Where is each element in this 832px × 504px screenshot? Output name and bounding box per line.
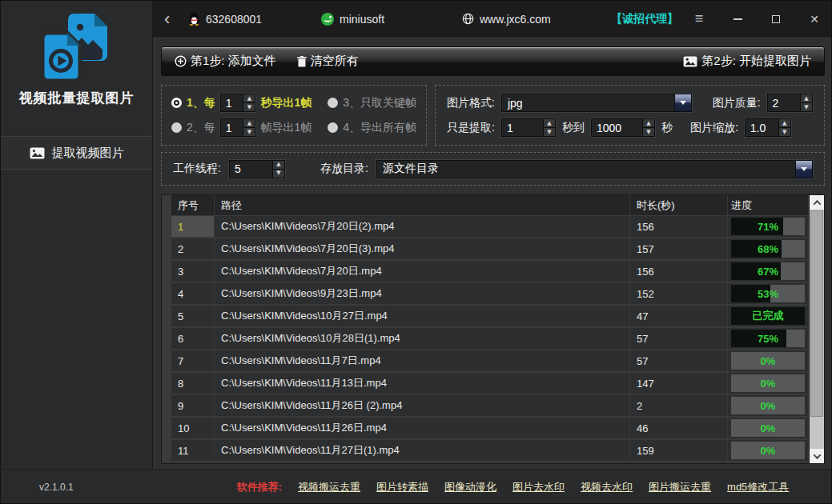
row-path[interactable]: C:\Users\KIM\Videos\11月13日.mp4 bbox=[215, 373, 630, 394]
extract-from-value[interactable]: 1 bbox=[502, 119, 543, 136]
column-header[interactable]: 时长(秒) bbox=[630, 195, 728, 215]
footer-link[interactable]: 图片转素描 bbox=[376, 480, 428, 494]
row-index[interactable]: 10 bbox=[171, 418, 215, 438]
spinner-down-icon[interactable]: ▼ bbox=[243, 128, 255, 136]
row-index[interactable]: 7 bbox=[171, 350, 215, 371]
footer-link[interactable]: 图像动漫化 bbox=[444, 480, 496, 494]
row-duration: 156 bbox=[630, 216, 728, 237]
dir-dropdown[interactable]: 源文件目录 bbox=[376, 160, 813, 178]
spinner-up-icon[interactable]: ▲ bbox=[801, 94, 812, 103]
table-row[interactable]: 2C:\Users\KIM\Videos\7月20日(3).mp415768% bbox=[162, 238, 809, 261]
row-path[interactable]: C:\Users\KIM\Videos\11月26日.mp4 bbox=[215, 418, 630, 438]
quality-value[interactable]: 2 bbox=[768, 94, 800, 111]
column-header[interactable]: 路径 bbox=[215, 195, 630, 215]
table-row[interactable]: 9C:\Users\KIM\Videos\11月26日 (2).mp420% bbox=[162, 395, 809, 418]
radio-keyframes-only[interactable] bbox=[328, 98, 338, 108]
row-index[interactable]: 2 bbox=[171, 238, 215, 259]
table-row[interactable]: 3C:\Users\KIM\Videos\7月20日.mp415667% bbox=[162, 261, 809, 283]
spinner-up-icon[interactable]: ▲ bbox=[643, 119, 654, 128]
row-duration: 2 bbox=[630, 395, 728, 416]
row-path[interactable]: C:\Users\KIM\Videos\11月26日 (2).mp4 bbox=[215, 395, 630, 416]
column-header[interactable]: 进度 bbox=[728, 195, 809, 215]
row-index[interactable]: 9 bbox=[171, 395, 215, 416]
table-row[interactable]: 8C:\Users\KIM\Videos\11月13日.mp41470% bbox=[162, 373, 809, 395]
row-path[interactable]: C:\Users\KIM\Videos\11月7日.mp4 bbox=[215, 350, 630, 371]
agent-recruit-link[interactable]: 【诚招代理】 bbox=[611, 1, 678, 37]
add-files-button[interactable]: 第1步: 添加文件 bbox=[170, 47, 281, 75]
spinner-up-icon[interactable]: ▲ bbox=[243, 94, 255, 103]
vertical-scrollbar[interactable] bbox=[809, 195, 824, 463]
footer-link[interactable]: md5修改工具 bbox=[727, 480, 789, 494]
table-row[interactable]: 4C:\Users\KIM\Videos\9月23日.mp415253% bbox=[162, 283, 809, 306]
qq-contact[interactable]: 632608001 bbox=[188, 1, 262, 37]
table-row[interactable]: 10C:\Users\KIM\Videos\11月26日.mp4460% bbox=[162, 418, 809, 440]
radio-all-frames[interactable] bbox=[328, 122, 338, 133]
scroll-up-icon[interactable] bbox=[810, 195, 824, 210]
spinner-down-icon[interactable]: ▼ bbox=[273, 170, 284, 178]
row-index[interactable]: 8 bbox=[171, 373, 215, 394]
row-path[interactable]: C:\Users\KIM\Videos\7月20日.mp4 bbox=[215, 261, 630, 282]
scale-value[interactable]: 1.0 bbox=[746, 119, 778, 136]
clear-all-button[interactable]: 清空所有 bbox=[292, 47, 364, 75]
spinner-up-icon[interactable]: ▲ bbox=[544, 119, 555, 128]
start-extract-button[interactable]: 第2步: 开始提取图片 bbox=[678, 47, 816, 75]
row-index[interactable]: 6 bbox=[171, 328, 215, 349]
extract-from-spinner: 1 ▲▼ bbox=[501, 118, 556, 137]
footer-link[interactable]: 视频去水印 bbox=[581, 480, 633, 494]
sidebar-item-extract-images[interactable]: 提取视频图片 bbox=[1, 136, 152, 170]
spinner-up-icon[interactable]: ▲ bbox=[273, 161, 284, 170]
format-dropdown[interactable]: jpg bbox=[501, 94, 692, 112]
threads-value[interactable]: 5 bbox=[230, 161, 272, 178]
row-index[interactable]: 5 bbox=[171, 306, 215, 326]
website-link[interactable]: www.jxc6.com bbox=[462, 1, 551, 37]
extract-to-value[interactable]: 1000 bbox=[592, 119, 642, 136]
table-row[interactable]: 11C:\Users\KIM\Videos\11月27日(1).mp41590% bbox=[162, 440, 809, 462]
row-path[interactable]: C:\Users\KIM\Videos\9月23日.mp4 bbox=[215, 283, 630, 304]
row-path[interactable]: C:\Users\KIM\Videos\10月27日.mp4 bbox=[215, 306, 630, 326]
footer-link[interactable]: 图片搬运去重 bbox=[649, 480, 711, 494]
row-index[interactable]: 1 bbox=[171, 216, 215, 237]
minimize-button[interactable] bbox=[730, 12, 745, 26]
column-header[interactable]: 序号 bbox=[171, 195, 215, 215]
row-path[interactable]: C:\Users\KIM\Videos\10月28日(1).mp4 bbox=[215, 328, 630, 349]
spinner-up-icon[interactable]: ▲ bbox=[779, 119, 790, 128]
spinner-up-icon[interactable]: ▲ bbox=[243, 119, 255, 128]
footer-link[interactable]: 视频搬运去重 bbox=[298, 480, 360, 494]
row-path[interactable]: C:\Users\KIM\Videos\7月20日(2).mp4 bbox=[215, 216, 630, 237]
menu-icon[interactable]: ≡ bbox=[692, 12, 706, 26]
dropdown-arrow-icon[interactable] bbox=[795, 161, 812, 178]
close-button[interactable]: ✕ bbox=[807, 12, 822, 26]
footer-link[interactable]: 图片去水印 bbox=[512, 480, 565, 494]
maximize-button[interactable] bbox=[769, 12, 783, 26]
globe-icon bbox=[462, 13, 474, 25]
row-index[interactable]: 3 bbox=[171, 261, 215, 282]
table-row[interactable]: 5C:\Users\KIM\Videos\10月27日.mp447已完成 bbox=[162, 306, 809, 328]
table-row[interactable]: 1C:\Users\KIM\Videos\7月20日(2).mp415671% bbox=[162, 216, 809, 238]
table-row[interactable]: 7C:\Users\KIM\Videos\11月7日.mp4570% bbox=[162, 350, 809, 373]
per-second-value[interactable]: 1 bbox=[221, 94, 243, 111]
per-frame-value[interactable]: 1 bbox=[221, 119, 243, 136]
back-button[interactable]: ‹ bbox=[164, 1, 170, 37]
footer: v2.1.0.1 软件推荐: 视频搬运去重图片转素描图像动漫化图片去水印视频去水… bbox=[1, 469, 832, 504]
brand-link[interactable]: miniusoft bbox=[321, 1, 384, 37]
spinner-down-icon[interactable]: ▼ bbox=[544, 128, 555, 136]
qq-number: 632608001 bbox=[206, 13, 262, 26]
dropdown-arrow-icon[interactable] bbox=[674, 94, 691, 111]
row-path[interactable]: C:\Users\KIM\Videos\11月27日(1).mp4 bbox=[215, 440, 630, 461]
table-row[interactable]: 6C:\Users\KIM\Videos\10月28日(1).mp45775% bbox=[162, 328, 809, 350]
spinner-down-icon[interactable]: ▼ bbox=[643, 128, 654, 136]
row-index[interactable]: 4 bbox=[171, 283, 215, 304]
row-index[interactable]: 11 bbox=[171, 440, 215, 461]
dir-label: 存放目录: bbox=[320, 162, 368, 176]
radio-per-second[interactable] bbox=[171, 98, 182, 108]
spinner-down-icon[interactable]: ▼ bbox=[801, 103, 812, 111]
radio-per-frame[interactable] bbox=[171, 122, 182, 133]
image-icon bbox=[30, 147, 45, 159]
scroll-down-icon[interactable] bbox=[810, 449, 824, 463]
start-extract-label: 第2步: 开始提取图片 bbox=[701, 54, 811, 69]
row-duration: 157 bbox=[630, 238, 728, 259]
scrollbar-thumb[interactable] bbox=[810, 210, 823, 417]
spinner-down-icon[interactable]: ▼ bbox=[243, 103, 255, 111]
spinner-down-icon[interactable]: ▼ bbox=[779, 128, 790, 136]
row-path[interactable]: C:\Users\KIM\Videos\7月20日(3).mp4 bbox=[215, 238, 630, 259]
